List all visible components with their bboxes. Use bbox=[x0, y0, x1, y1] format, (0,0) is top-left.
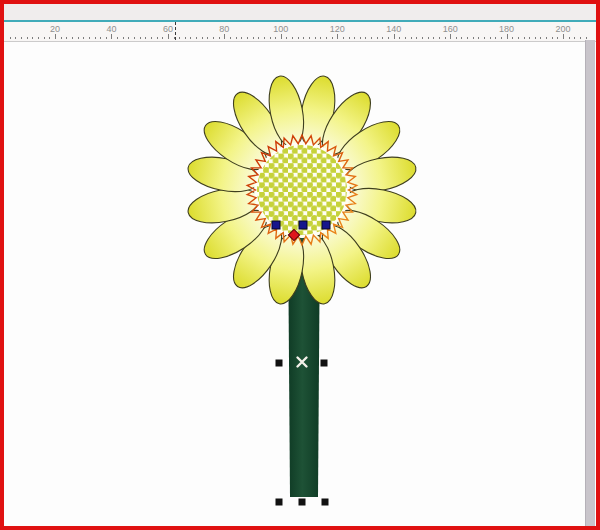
ruler-minor-tick bbox=[185, 37, 186, 39]
ruler-minor-tick bbox=[236, 37, 237, 39]
vertical-scrollbar[interactable] bbox=[585, 40, 595, 526]
ruler-minor-tick bbox=[388, 37, 389, 39]
ruler-minor-tick bbox=[32, 37, 33, 39]
ruler-minor-tick bbox=[38, 37, 39, 39]
ruler-minor-tick bbox=[557, 37, 558, 39]
ruler-minor-tick bbox=[15, 37, 16, 39]
ruler-minor-tick bbox=[501, 37, 502, 39]
ruler-minor-tick bbox=[349, 37, 350, 39]
ruler-label: 20 bbox=[41, 24, 69, 34]
ruler-minor-tick bbox=[580, 37, 581, 39]
ruler-minor-tick bbox=[95, 37, 96, 39]
ruler-minor-tick bbox=[78, 37, 79, 39]
ruler-minor-tick bbox=[61, 37, 62, 39]
ruler-major-tick bbox=[337, 34, 338, 39]
ruler-minor-tick bbox=[490, 37, 491, 39]
ruler-minor-tick bbox=[253, 37, 254, 39]
app-window: 20406080100120140160180200 bbox=[0, 0, 600, 530]
ruler-minor-tick bbox=[66, 37, 67, 39]
ruler-minor-tick bbox=[574, 37, 575, 39]
ruler-minor-tick bbox=[230, 37, 231, 39]
ruler-minor-tick bbox=[535, 37, 536, 39]
ruler-minor-tick bbox=[439, 37, 440, 39]
ruler-minor-tick bbox=[354, 37, 355, 39]
ruler-minor-tick bbox=[207, 37, 208, 39]
ruler-minor-tick bbox=[518, 37, 519, 39]
ruler-minor-tick bbox=[247, 37, 248, 39]
ruler-label: 100 bbox=[267, 24, 295, 34]
ruler-minor-tick bbox=[422, 37, 423, 39]
ruler-minor-tick bbox=[298, 37, 299, 39]
ruler-major-tick bbox=[394, 34, 395, 39]
ruler-major-tick bbox=[111, 34, 112, 39]
node-handle[interactable] bbox=[299, 221, 307, 229]
ruler-minor-tick bbox=[540, 37, 541, 39]
ruler-minor-tick bbox=[140, 37, 141, 39]
ruler-minor-tick bbox=[512, 37, 513, 39]
ruler-minor-tick bbox=[433, 37, 434, 39]
ruler-minor-tick bbox=[377, 37, 378, 39]
ruler-minor-tick bbox=[241, 37, 242, 39]
ruler-minor-tick bbox=[83, 37, 84, 39]
ruler-minor-tick bbox=[21, 37, 22, 39]
ruler-minor-tick bbox=[484, 37, 485, 39]
ruler-minor-tick bbox=[128, 37, 129, 39]
ruler-minor-tick bbox=[89, 37, 90, 39]
ruler-minor-tick bbox=[326, 37, 327, 39]
ruler-minor-tick bbox=[145, 37, 146, 39]
ruler-minor-tick bbox=[320, 37, 321, 39]
ruler-minor-tick bbox=[10, 37, 11, 39]
ruler-minor-tick bbox=[399, 37, 400, 39]
ruler-minor-tick bbox=[72, 37, 73, 39]
ruler-cursor-marker bbox=[175, 22, 176, 40]
ruler-minor-tick bbox=[586, 37, 587, 39]
ruler-minor-tick bbox=[405, 37, 406, 39]
ruler-minor-tick bbox=[569, 37, 570, 39]
ruler-minor-tick bbox=[495, 37, 496, 39]
ruler-minor-tick bbox=[529, 37, 530, 39]
ruler-minor-tick bbox=[428, 37, 429, 39]
ruler-minor-tick bbox=[219, 37, 220, 39]
ruler-minor-tick bbox=[445, 37, 446, 39]
ruler-major-tick bbox=[563, 34, 564, 39]
selection-handle[interactable] bbox=[321, 360, 328, 367]
ruler-minor-tick bbox=[365, 37, 366, 39]
ruler-minor-tick bbox=[343, 37, 344, 39]
ruler-minor-tick bbox=[292, 37, 293, 39]
ruler-minor-tick bbox=[473, 37, 474, 39]
ruler-minor-tick bbox=[461, 37, 462, 39]
ruler-minor-tick bbox=[162, 37, 163, 39]
selection-handle[interactable] bbox=[322, 499, 329, 506]
ruler-minor-tick bbox=[546, 37, 547, 39]
ruler-minor-tick bbox=[123, 37, 124, 39]
ruler-label: 180 bbox=[493, 24, 521, 34]
ruler-minor-tick bbox=[456, 37, 457, 39]
ruler-major-tick bbox=[55, 34, 56, 39]
ruler-minor-tick bbox=[478, 37, 479, 39]
ruler-minor-tick bbox=[467, 37, 468, 39]
ruler-major-tick bbox=[450, 34, 451, 39]
horizontal-ruler[interactable]: 20406080100120140160180200 bbox=[4, 22, 596, 42]
selection-handle[interactable] bbox=[276, 499, 283, 506]
node-handle[interactable] bbox=[322, 221, 330, 229]
ruler-label: 60 bbox=[154, 24, 182, 34]
ruler-minor-tick bbox=[44, 37, 45, 39]
ruler-label: 120 bbox=[323, 24, 351, 34]
ruler-minor-tick bbox=[275, 37, 276, 39]
ruler-major-tick bbox=[224, 34, 225, 39]
ruler-major-tick bbox=[507, 34, 508, 39]
selection-handle[interactable] bbox=[276, 360, 283, 367]
selection-handle[interactable] bbox=[299, 499, 306, 506]
ruler-minor-tick bbox=[552, 37, 553, 39]
node-handle[interactable] bbox=[272, 221, 280, 229]
ruler-minor-tick bbox=[27, 37, 28, 39]
ruler-minor-tick bbox=[524, 37, 525, 39]
ruler-minor-tick bbox=[264, 37, 265, 39]
drawing-canvas[interactable] bbox=[4, 4, 596, 526]
ruler-minor-tick bbox=[134, 37, 135, 39]
ruler-minor-tick bbox=[190, 37, 191, 39]
ruler-minor-tick bbox=[360, 37, 361, 39]
ruler-minor-tick bbox=[258, 37, 259, 39]
ruler-minor-tick bbox=[106, 37, 107, 39]
ruler-minor-tick bbox=[151, 37, 152, 39]
